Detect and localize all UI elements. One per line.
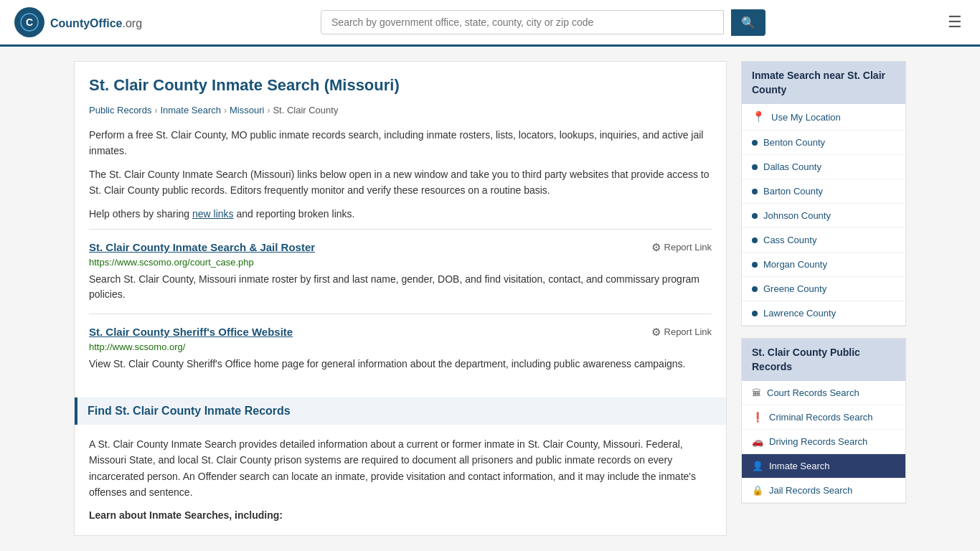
nearby-county-label-4: Cass County: [763, 235, 816, 245]
breadcrumb-public-records[interactable]: Public Records: [89, 105, 151, 116]
location-icon: 📍: [752, 110, 765, 123]
use-my-location-label: Use My Location: [771, 112, 841, 123]
dot-icon-6: [752, 286, 758, 292]
resource-2-title[interactable]: St. Clair County Sheriff's Office Websit…: [89, 326, 293, 338]
breadcrumb: Public Records › Inmate Search › Missour…: [89, 105, 712, 116]
nearby-county-label-5: Morgan County: [763, 259, 827, 270]
driving-icon: 🚗: [752, 436, 763, 447]
svg-text:C: C: [26, 17, 33, 28]
sidebar: Inmate Search near St. Clair County 📍 Us…: [741, 61, 906, 536]
nearby-county-label-2: Barton County: [763, 186, 823, 197]
report-icon-2: ⚙: [651, 326, 661, 339]
jail-icon: 🔒: [752, 485, 763, 496]
find-section-body: A St. Clair County Inmate Search provide…: [89, 436, 712, 501]
public-record-4[interactable]: 🔒 Jail Records Search: [742, 479, 905, 503]
resource-2: St. Clair County Sheriff's Office Websit…: [89, 314, 712, 383]
nearby-county-label-3: Johnson County: [763, 210, 831, 221]
public-record-label-0: Court Records Search: [767, 387, 859, 398]
public-record-0[interactable]: 🏛 Court Records Search: [742, 381, 905, 405]
find-section-heading: Find St. Clair County Inmate Records: [75, 397, 726, 425]
breadcrumb-missouri[interactable]: Missouri: [230, 105, 264, 116]
resource-1: St. Clair County Inmate Search & Jail Ro…: [89, 229, 712, 314]
dot-icon-3: [752, 213, 758, 219]
nearby-section: Inmate Search near St. Clair County 📍 Us…: [741, 61, 906, 326]
breadcrumb-sep-3: ›: [267, 105, 270, 116]
site-header: C CountyOffice.org 🔍 ☰: [0, 0, 980, 47]
new-links-link[interactable]: new links: [192, 208, 234, 220]
public-record-label-4: Jail Records Search: [769, 485, 852, 496]
inmate-icon: 👤: [752, 461, 763, 471]
nearby-county-0[interactable]: Benton County: [742, 131, 905, 155]
logo-area[interactable]: C CountyOffice.org: [14, 7, 142, 37]
resource-2-header: St. Clair County Sheriff's Office Websit…: [89, 326, 712, 339]
dot-icon-1: [752, 164, 758, 170]
report-link-1[interactable]: ⚙ Report Link: [651, 241, 712, 254]
nearby-county-3[interactable]: Johnson County: [742, 204, 905, 228]
breadcrumb-sep-2: ›: [224, 105, 227, 116]
intro-text-2: The St. Clair County Inmate Search (Miss…: [89, 166, 712, 199]
logo-icon: C: [14, 7, 44, 37]
nearby-county-label-0: Benton County: [763, 137, 825, 148]
search-area: 🔍: [321, 9, 765, 36]
public-records-header: St. Clair County Public Records: [742, 339, 905, 381]
criminal-icon: ❗: [752, 412, 763, 423]
page-title: St. Clair County Inmate Search (Missouri…: [89, 76, 712, 95]
nearby-county-5[interactable]: Morgan County: [742, 253, 905, 277]
breadcrumb-sep-1: ›: [154, 105, 157, 116]
dot-icon-4: [752, 237, 758, 243]
resource-1-desc: Search St. Clair County, Missouri inmate…: [89, 272, 712, 302]
page-container: St. Clair County Inmate Search (Missouri…: [60, 47, 920, 550]
resource-2-desc: View St. Clair County Sheriff's Office h…: [89, 357, 712, 372]
report-label-2: Report Link: [664, 326, 712, 337]
search-button[interactable]: 🔍: [731, 9, 765, 36]
nearby-header: Inmate Search near St. Clair County: [742, 62, 905, 104]
public-records-section: St. Clair County Public Records 🏛 Court …: [741, 338, 906, 504]
nearby-county-label-6: Greene County: [763, 283, 826, 294]
dot-icon-7: [752, 311, 758, 316]
intro-text-1: Perform a free St. Clair County, MO publ…: [89, 127, 712, 159]
public-record-1[interactable]: ❗ Criminal Records Search: [742, 405, 905, 430]
report-link-2[interactable]: ⚙ Report Link: [651, 326, 712, 339]
nearby-county-4[interactable]: Cass County: [742, 228, 905, 253]
nearby-county-7[interactable]: Lawrence County: [742, 301, 905, 326]
use-my-location[interactable]: 📍 Use My Location: [742, 104, 905, 131]
breadcrumb-current: St. Clair County: [273, 105, 338, 116]
help-text: Help others by sharing new links and rep…: [89, 206, 712, 222]
learn-heading: Learn about Inmate Searches, including:: [89, 509, 712, 521]
public-record-3[interactable]: 👤 Inmate Search: [742, 454, 905, 479]
report-icon-1: ⚙: [651, 241, 661, 254]
dot-icon-2: [752, 189, 758, 194]
public-record-label-2: Driving Records Search: [769, 436, 867, 447]
nearby-county-label-1: Dallas County: [763, 161, 821, 172]
nearby-county-1[interactable]: Dallas County: [742, 155, 905, 179]
nearby-county-2[interactable]: Barton County: [742, 179, 905, 204]
resource-1-url[interactable]: https://www.scsomo.org/court_case.php: [89, 257, 712, 268]
report-label-1: Report Link: [664, 242, 712, 253]
menu-button[interactable]: ☰: [944, 9, 966, 35]
dot-icon-0: [752, 140, 758, 146]
nearby-county-label-7: Lawrence County: [763, 308, 836, 319]
resource-1-title[interactable]: St. Clair County Inmate Search & Jail Ro…: [89, 241, 315, 253]
nearby-county-6[interactable]: Greene County: [742, 277, 905, 301]
resource-1-header: St. Clair County Inmate Search & Jail Ro…: [89, 241, 712, 254]
public-record-label-1: Criminal Records Search: [769, 412, 873, 423]
court-icon: 🏛: [752, 387, 761, 398]
resource-2-url[interactable]: http://www.scsomo.org/: [89, 342, 712, 352]
breadcrumb-inmate-search[interactable]: Inmate Search: [160, 105, 221, 116]
public-record-label-3: Inmate Search: [769, 461, 830, 471]
dot-icon-5: [752, 262, 758, 268]
search-input[interactable]: [321, 10, 724, 34]
main-content: St. Clair County Inmate Search (Missouri…: [74, 61, 727, 536]
public-record-2[interactable]: 🚗 Driving Records Search: [742, 430, 905, 454]
logo-text: CountyOffice.org: [50, 14, 142, 31]
